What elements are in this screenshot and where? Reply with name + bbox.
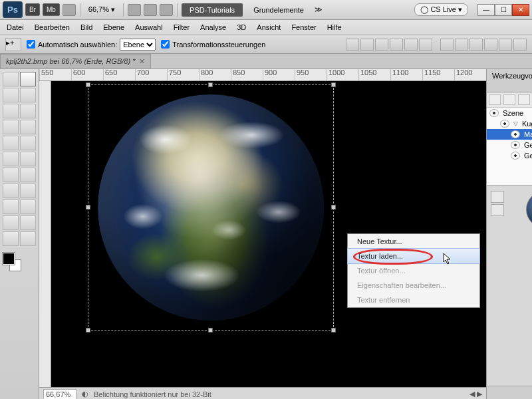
status-zoom[interactable]: 66,67% xyxy=(43,389,76,400)
menu-hilfe[interactable]: Hilfe xyxy=(327,23,342,31)
auto-select[interactable]: Automatisch auswählen: Ebene xyxy=(27,39,156,51)
move-tool-icon[interactable] xyxy=(20,72,36,86)
ctx-new-texture[interactable]: Neue Textur... xyxy=(348,234,479,249)
handle-tl[interactable] xyxy=(86,82,90,87)
filter-mesh-icon[interactable] xyxy=(503,94,515,105)
align-left-icon[interactable] xyxy=(390,39,403,51)
auto-select-checkbox[interactable] xyxy=(27,40,35,49)
marquee-tool-icon[interactable] xyxy=(3,72,19,86)
heal-tool-icon[interactable] xyxy=(3,120,19,134)
blur-tool-icon[interactable] xyxy=(3,168,19,182)
ctx-open-texture: Textur öffnen... xyxy=(348,263,479,278)
close-button[interactable]: ✕ xyxy=(512,4,529,16)
crop-tool-icon[interactable] xyxy=(3,104,19,118)
handle-bl[interactable] xyxy=(86,328,90,332)
document-tab-close-icon[interactable]: ✕ xyxy=(139,57,145,66)
move-tool-icon[interactable]: ▸+ xyxy=(5,38,21,51)
transform-box[interactable] xyxy=(88,84,334,331)
menu-analyse[interactable]: Analyse xyxy=(200,23,226,31)
minibridge-icon[interactable]: Mb xyxy=(43,3,60,16)
fg-color-swatch[interactable] xyxy=(3,253,15,265)
disclosure-icon[interactable]: ▽ xyxy=(513,120,518,127)
menu-3d[interactable]: 3D xyxy=(237,23,246,31)
document-tab[interactable]: kplj2th2.bmp bei 66,7% (Erde, RGB/8) * ✕ xyxy=(0,54,151,68)
dist-hcenter-icon[interactable] xyxy=(499,39,512,51)
menu-filter[interactable]: Filter xyxy=(174,23,190,31)
scene-item-kugel[interactable]: ▽ Kugel xyxy=(487,118,532,129)
eye-icon[interactable] xyxy=(500,120,509,128)
dist-top-icon[interactable] xyxy=(440,39,454,51)
menu-bild[interactable]: Bild xyxy=(80,23,92,31)
brush-tool-icon[interactable] xyxy=(20,120,36,134)
eraser-tool-icon[interactable] xyxy=(3,152,19,166)
filter-scene-icon[interactable] xyxy=(489,94,501,105)
pen-tool-icon[interactable] xyxy=(3,184,19,198)
screenmode-icon[interactable] xyxy=(160,4,173,16)
align-bottom-icon[interactable] xyxy=(375,39,388,51)
filter-material-icon[interactable] xyxy=(518,94,530,105)
auto-select-dropdown[interactable]: Ebene xyxy=(120,39,156,51)
eye-icon[interactable] xyxy=(511,130,520,138)
align-right-icon[interactable] xyxy=(419,39,432,51)
scene-item-material[interactable]: Material_Kugel xyxy=(487,129,532,140)
menu-ansicht[interactable]: Ansicht xyxy=(257,23,281,31)
workspace-tab-grund[interactable]: Grundelemente xyxy=(245,3,312,17)
workspace-more-icon[interactable]: ≫ xyxy=(315,5,323,14)
dist-left-icon[interactable] xyxy=(484,39,497,51)
bridge-icon[interactable]: Br xyxy=(25,3,40,16)
ctx-load-texture[interactable]: Textur laden... xyxy=(347,248,480,264)
transform-controls[interactable]: Transformationssteuerungen xyxy=(161,40,265,49)
history-brush-tool-icon[interactable] xyxy=(20,136,36,150)
transform-checkbox[interactable] xyxy=(161,40,170,49)
align-vcenter-icon[interactable] xyxy=(360,39,374,51)
type-tool-icon[interactable] xyxy=(20,184,36,198)
lasso-tool-icon[interactable] xyxy=(3,88,19,102)
mat-dropper-icon[interactable] xyxy=(491,191,504,203)
handle-bc[interactable] xyxy=(208,328,213,332)
menu-fenster[interactable]: Fenster xyxy=(291,23,316,31)
panel-tab-preset[interactable]: Werkzeugvorgabe xyxy=(487,69,532,92)
handle-tr[interactable] xyxy=(331,82,336,87)
dodge-tool-icon[interactable] xyxy=(20,168,36,182)
scene-item-light2[interactable]: Gerichtetes Licht 2 xyxy=(487,150,532,161)
scene-root[interactable]: Szene xyxy=(487,108,532,118)
hand-tool-icon[interactable] xyxy=(3,231,19,246)
cslive-button[interactable]: ◯ CS Live ▾ xyxy=(414,3,468,16)
eye-icon[interactable] xyxy=(511,141,520,149)
material-preview[interactable] xyxy=(526,191,532,228)
handle-br[interactable] xyxy=(331,328,336,332)
stamp-tool-icon[interactable] xyxy=(3,136,19,150)
arrange-icon[interactable] xyxy=(144,4,157,16)
menu-bearbeiten[interactable]: Bearbeiten xyxy=(35,23,70,31)
wand-tool-icon[interactable] xyxy=(20,88,36,102)
menu-auswahl[interactable]: Auswahl xyxy=(135,23,163,31)
zoom-tool-icon[interactable] xyxy=(20,231,36,246)
hand-icon[interactable] xyxy=(128,4,141,16)
menu-ebene[interactable]: Ebene xyxy=(103,23,124,31)
zoom-readout[interactable]: 66,7% ▾ xyxy=(84,5,119,14)
eye-icon[interactable] xyxy=(511,152,520,160)
color-swatches[interactable] xyxy=(3,253,36,273)
3drotate-tool-icon[interactable] xyxy=(3,215,19,230)
shape-tool-icon[interactable] xyxy=(20,200,36,214)
align-hcenter-icon[interactable] xyxy=(404,39,418,51)
gradient-tool-icon[interactable] xyxy=(20,152,36,166)
handle-tc[interactable] xyxy=(208,82,213,87)
menu-datei[interactable]: Datei xyxy=(7,23,24,31)
dist-right-icon[interactable] xyxy=(513,39,527,51)
align-top-icon[interactable] xyxy=(346,39,359,51)
dist-vcenter-icon[interactable] xyxy=(455,39,468,51)
eyedropper-tool-icon[interactable] xyxy=(20,104,36,118)
minimize-button[interactable]: — xyxy=(477,4,495,16)
handle-ml[interactable] xyxy=(86,205,90,209)
handle-mr[interactable] xyxy=(331,205,336,209)
mat-bucket-icon[interactable] xyxy=(491,204,504,216)
dist-bottom-icon[interactable] xyxy=(469,39,483,51)
maximize-button[interactable]: ☐ xyxy=(495,4,512,16)
eye-icon[interactable] xyxy=(489,109,499,117)
scene-item-light1[interactable]: Gerichtetes Licht 1 xyxy=(487,140,532,150)
workspace-tab-psd[interactable]: PSD-Tutorials xyxy=(182,3,243,17)
layout-icon[interactable] xyxy=(63,4,76,16)
path-tool-icon[interactable] xyxy=(3,200,19,214)
3dorbit-tool-icon[interactable] xyxy=(20,215,36,230)
